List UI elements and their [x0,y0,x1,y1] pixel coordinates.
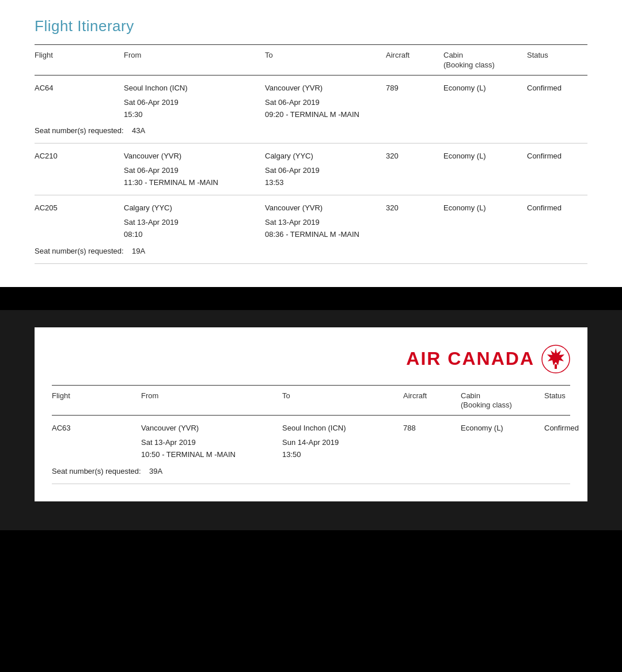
col-header-to-p2: To [282,391,403,411]
from-city-ac64: Seoul Inchon (ICN) [124,84,265,92]
aircraft-ac205: 320 [386,203,443,212]
col-header-flight-p2: Flight [52,391,141,411]
svg-rect-1 [555,364,557,369]
col-header-flight: Flight [35,51,124,70]
from-datetime-ac64: Sat 06-Apr 2019 15:30 [124,97,265,121]
status-ac64: Confirmed [527,84,585,92]
flight-number-ac205: AC205 [35,203,124,212]
maple-leaf-icon [541,345,570,373]
col-header-status: Status [527,51,585,70]
aircraft-ac63: 788 [403,424,461,432]
flight-row-ac64: AC64 Seoul Inchon (ICN) Vancouver (YVR) … [35,75,587,144]
seat-ac64: Seat number(s) requested: 43A [35,120,587,137]
flight-main-ac63: AC63 Vancouver (YVR) Seoul Inchon (ICN) … [52,424,570,432]
from-datetime-ac63: Sat 13-Apr 2019 10:50 - TERMINAL M -MAIN [141,437,282,461]
flight-number-ac64: AC64 [35,84,124,92]
col-header-to: To [265,51,386,70]
to-datetime-ac205: Sat 13-Apr 2019 08:36 - TERMINAL M -MAIN [265,217,386,241]
table-header: Flight From To Aircraft Cabin (Booking c… [35,45,587,75]
flight-detail-ac64: Sat 06-Apr 2019 15:30 Sat 06-Apr 2019 09… [35,97,587,121]
page-2: AIR CANADA Flight From To Aircraft Cabin… [0,310,622,530]
air-canada-brand-text: AIR CANADA [406,348,534,369]
status-ac205: Confirmed [527,203,585,212]
to-city-ac64: Vancouver (YVR) [265,84,386,92]
page-title: Flight Itinerary [35,17,587,35]
from-city-ac205: Calgary (YYC) [124,203,265,212]
separator-band [0,287,622,310]
from-city-ac210: Vancouver (YVR) [124,152,265,160]
status-ac210: Confirmed [527,152,585,160]
col-header-cabin-p2: Cabin (Booking class) [461,391,544,411]
aircraft-ac210: 320 [386,152,443,160]
col-header-aircraft-p2: Aircraft [403,391,461,411]
flight-main-ac205: AC205 Calgary (YYC) Vancouver (YVR) 320 … [35,203,587,212]
cabin-ac205: Economy (L) [443,203,527,212]
flight-detail-ac63: Sat 13-Apr 2019 10:50 - TERMINAL M -MAIN… [52,437,570,461]
flight-row-ac205: AC205 Calgary (YYC) Vancouver (YVR) 320 … [35,195,587,264]
aircraft-ac64: 789 [386,84,443,92]
flight-number-ac210: AC210 [35,152,124,160]
cabin-ac63: Economy (L) [461,424,544,432]
to-datetime-ac63: Sun 14-Apr 2019 13:50 [282,437,403,461]
flight-row-ac210: AC210 Vancouver (YVR) Calgary (YYC) 320 … [35,144,587,195]
cabin-ac64: Economy (L) [443,84,527,92]
to-city-ac210: Calgary (YYC) [265,152,386,160]
col-header-status-p2: Status [544,391,602,411]
from-city-ac63: Vancouver (YVR) [141,424,282,432]
to-city-ac63: Seoul Inchon (ICN) [282,424,403,432]
status-ac63: Confirmed [544,424,602,432]
page2-inner: AIR CANADA Flight From To Aircraft Cabin… [35,327,587,501]
flight-detail-ac205: Sat 13-Apr 2019 08:10 Sat 13-Apr 2019 08… [35,217,587,241]
cabin-ac210: Economy (L) [443,152,527,160]
to-datetime-ac64: Sat 06-Apr 2019 09:20 - TERMINAL M -MAIN [265,97,386,121]
air-canada-logo: AIR CANADA [52,339,570,373]
col-header-from: From [124,51,265,70]
seat-ac63: Seat number(s) requested: 39A [52,461,570,478]
from-datetime-ac210: Sat 06-Apr 2019 11:30 - TERMINAL M -MAIN [124,165,265,189]
flight-row-ac63: AC63 Vancouver (YVR) Seoul Inchon (ICN) … [52,416,570,484]
col-header-cabin: Cabin (Booking class) [443,51,527,70]
page-1: Flight Itinerary Flight From To Aircraft… [0,0,622,287]
to-datetime-ac210: Sat 06-Apr 2019 13:53 [265,165,386,189]
flight-main-ac210: AC210 Vancouver (YVR) Calgary (YYC) 320 … [35,152,587,160]
col-header-from-p2: From [141,391,282,411]
col-header-aircraft: Aircraft [386,51,443,70]
seat-ac205: Seat number(s) requested: 19A [35,241,587,258]
flight-number-ac63: AC63 [52,424,141,432]
table-header-p2: Flight From To Aircraft Cabin (Booking c… [52,386,570,416]
flight-main-ac64: AC64 Seoul Inchon (ICN) Vancouver (YVR) … [35,84,587,92]
to-city-ac205: Vancouver (YVR) [265,203,386,212]
from-datetime-ac205: Sat 13-Apr 2019 08:10 [124,217,265,241]
flight-detail-ac210: Sat 06-Apr 2019 11:30 - TERMINAL M -MAIN… [35,165,587,189]
